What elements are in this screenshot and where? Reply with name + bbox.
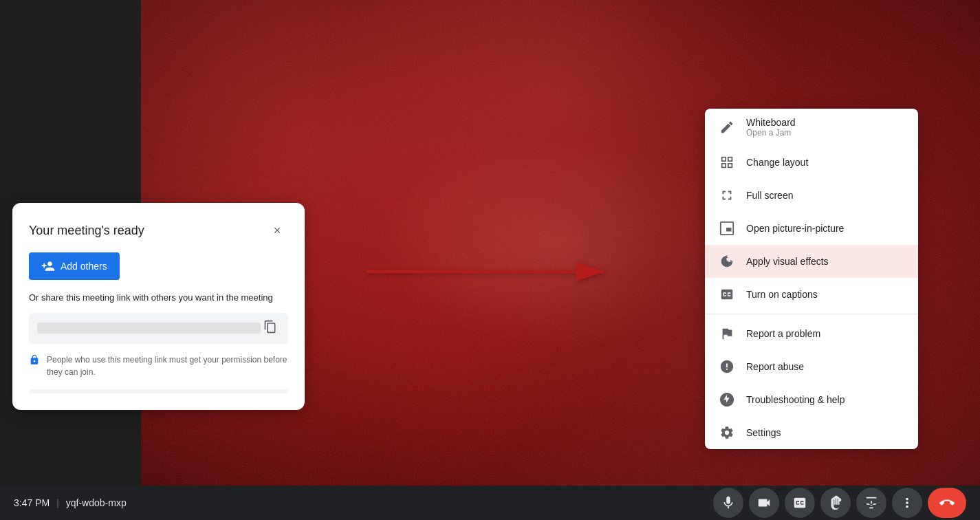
report-abuse-label: Report abuse (746, 361, 804, 372)
captions-toolbar-icon (792, 495, 807, 510)
flag-icon (719, 325, 735, 342)
toolbar-separator: | (56, 497, 59, 508)
menu-item-captions[interactable]: Turn on captions (705, 278, 918, 311)
change-layout-content: Change layout (746, 157, 808, 168)
camera-button[interactable] (749, 488, 779, 518)
menu-item-report-abuse[interactable]: Report abuse (705, 350, 918, 383)
hand-icon (828, 495, 843, 510)
captions-icon (719, 286, 735, 303)
popup-bottom-bar (29, 389, 288, 393)
toolbar-time: 3:47 PM (14, 497, 50, 508)
menu-item-pip[interactable]: Open picture-in-picture (705, 212, 918, 245)
menu-item-whiteboard[interactable]: Whiteboard Open a Jam (705, 109, 918, 146)
pip-icon (719, 220, 735, 237)
raise-hand-button[interactable] (820, 488, 851, 518)
captions-label: Turn on captions (746, 289, 818, 300)
add-others-button[interactable]: Add others (29, 252, 120, 280)
meeting-link-text (37, 323, 261, 334)
end-call-icon (939, 495, 955, 510)
menu-divider-1 (705, 314, 918, 314)
pip-label: Open picture-in-picture (746, 223, 844, 234)
context-menu: Whiteboard Open a Jam Change layout Full… (705, 109, 918, 449)
present-button[interactable] (856, 488, 886, 518)
grid-icon (719, 154, 735, 171)
popup-close-button[interactable]: × (266, 219, 288, 241)
menu-item-fullscreen[interactable]: Full screen (705, 179, 918, 212)
more-options-icon (900, 495, 915, 510)
captions-toolbar-button[interactable] (785, 488, 815, 518)
popup-title: Your meeting's ready (29, 224, 144, 238)
sparkle-icon (719, 253, 735, 270)
toolbar-controls (713, 488, 966, 518)
copy-icon (263, 320, 277, 334)
visual-effects-label: Apply visual effects (746, 256, 829, 267)
menu-item-settings[interactable]: Settings (705, 416, 918, 449)
troubleshooting-label: Troubleshooting & help (746, 394, 845, 405)
mute-button[interactable] (713, 488, 743, 518)
arrow-indicator (367, 261, 614, 285)
more-options-button[interactable] (892, 488, 922, 518)
change-layout-label: Change layout (746, 157, 808, 168)
toolbar-meeting-id: yqf-wdob-mxp (66, 497, 127, 508)
popup-header: Your meeting's ready × (29, 219, 288, 241)
report-problem-label: Report a problem (746, 328, 820, 339)
alert-circle-icon (719, 358, 735, 375)
menu-item-change-layout[interactable]: Change layout (705, 146, 918, 179)
report-problem-content: Report a problem (746, 328, 820, 339)
popup-info-row: People who use this meeting link must ge… (29, 354, 288, 378)
popup-info-text: People who use this meeting link must ge… (47, 354, 288, 378)
copy-link-button[interactable] (261, 318, 280, 338)
settings-label: Settings (746, 427, 781, 438)
camera-icon (756, 495, 772, 510)
popup-subtitle: Or share this meeting link with others y… (29, 291, 288, 305)
present-icon (864, 495, 879, 510)
arrow-svg (367, 261, 614, 282)
menu-item-troubleshooting[interactable]: Troubleshooting & help (705, 383, 918, 416)
fullscreen-content: Full screen (746, 190, 793, 201)
pencil-icon (719, 119, 735, 136)
whiteboard-label: Whiteboard (746, 117, 796, 128)
whiteboard-content: Whiteboard Open a Jam (746, 117, 796, 138)
pip-content: Open picture-in-picture (746, 223, 844, 234)
fullscreen-icon (719, 187, 735, 204)
microphone-icon (721, 495, 736, 510)
report-abuse-content: Report abuse (746, 361, 804, 372)
add-others-label: Add others (61, 261, 107, 272)
meeting-link-row (29, 313, 288, 344)
gear-icon (719, 424, 735, 441)
end-call-button[interactable] (928, 488, 966, 518)
fullscreen-label: Full screen (746, 190, 793, 201)
settings-content: Settings (746, 427, 781, 438)
troubleshooting-content: Troubleshooting & help (746, 394, 845, 405)
person-add-icon (41, 259, 55, 273)
toolbar: 3:47 PM | yqf-wdob-mxp (0, 486, 980, 520)
lock-icon (29, 354, 40, 368)
captions-content: Turn on captions (746, 289, 818, 300)
wrench-icon (719, 391, 735, 408)
visual-effects-content: Apply visual effects (746, 256, 829, 267)
menu-item-visual-effects[interactable]: Apply visual effects (705, 245, 918, 278)
menu-item-report-problem[interactable]: Report a problem (705, 317, 918, 350)
meeting-ready-popup: Your meeting's ready × Add others Or sha… (12, 203, 305, 410)
whiteboard-sublabel: Open a Jam (746, 128, 796, 138)
